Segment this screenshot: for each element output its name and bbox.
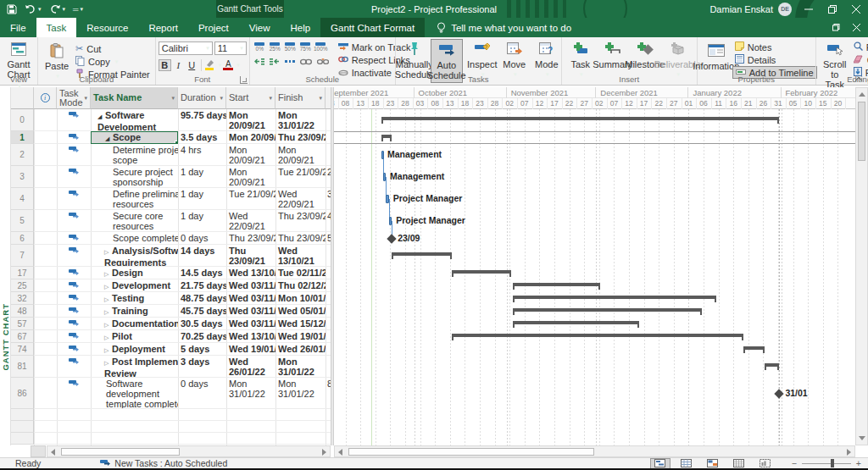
row-number[interactable]: 81: [11, 356, 34, 378]
info-cell[interactable]: [34, 144, 57, 166]
task-name-cell[interactable]: ▷Design: [91, 267, 178, 279]
task-name-cell[interactable]: ▷Pilot: [91, 330, 178, 343]
indent-task-icon[interactable]: [270, 57, 280, 67]
zoom-out-icon[interactable]: −: [792, 458, 797, 468]
underline-button[interactable]: U: [186, 60, 198, 70]
start-cell[interactable]: Wed 19/01/2: [226, 343, 275, 356]
percent-complete-25-button[interactable]: 25%: [268, 42, 282, 52]
start-cell[interactable]: Wed 03/11/2: [226, 305, 275, 318]
start-column-header[interactable]: Start▾: [226, 87, 275, 109]
row-number[interactable]: 1: [11, 131, 34, 144]
duration-cell[interactable]: 0 days: [178, 232, 226, 245]
summary-bar[interactable]: [513, 296, 717, 299]
start-cell[interactable]: Wed 03/11/2: [226, 279, 275, 292]
task-mode-column-header[interactable]: Task Mode▾: [57, 87, 91, 109]
info-cell[interactable]: [34, 318, 57, 330]
start-cell[interactable]: Wed 26/01/22: [226, 356, 275, 378]
info-cell[interactable]: [34, 245, 57, 267]
collapse-ribbon-icon[interactable]: [854, 75, 863, 83]
link-tasks-icon[interactable]: [300, 57, 312, 67]
resource-sheet-view-icon[interactable]: [729, 458, 749, 469]
info-cell[interactable]: [34, 330, 57, 343]
doc-restore-button[interactable]: [826, 19, 846, 36]
duration-cell[interactable]: 30.5 days: [178, 318, 226, 330]
collapse-triangle-icon[interactable]: ◢: [97, 112, 105, 122]
start-cell[interactable]: Thu 23/09/21: [226, 232, 275, 245]
tab-project[interactable]: Project: [188, 18, 239, 37]
task-mode-cell[interactable]: [57, 279, 91, 292]
vscrollbar[interactable]: [855, 87, 868, 445]
task-name-cell[interactable]: ◢Software Development: [91, 109, 178, 131]
duration-cell[interactable]: 70.25 days: [178, 330, 226, 343]
task-name-cell[interactable]: ▷Training: [91, 305, 178, 318]
task-name-cell[interactable]: Secure core resources: [91, 210, 178, 232]
start-cell[interactable]: Wed 13/10/2: [226, 267, 275, 279]
task-name-cell[interactable]: ▷Post Implementation Review: [91, 356, 178, 378]
zoom-track[interactable]: [802, 463, 851, 464]
row-number[interactable]: 7: [11, 245, 34, 267]
start-cell[interactable]: Tue 21/09/21: [226, 188, 275, 210]
row-number[interactable]: 2: [11, 144, 34, 166]
percent-complete-0-button[interactable]: 0%: [253, 42, 267, 52]
finish-cell[interactable]: Mon 20/09/21: [275, 144, 326, 166]
task-mode-column-header-filter-icon[interactable]: ▾: [84, 93, 87, 102]
info-column-header[interactable]: i: [34, 87, 57, 109]
customize-qat-icon[interactable]: ═▾: [73, 5, 83, 14]
start-cell[interactable]: Thu 23/09/21: [226, 245, 275, 267]
expand-triangle-icon[interactable]: ▷: [104, 247, 112, 257]
finish-cell[interactable]: Tue 21/09/21: [275, 166, 326, 188]
save-icon[interactable]: [7, 4, 17, 14]
task-name-cell[interactable]: Secure project sponsorship: [91, 166, 178, 188]
details-button[interactable]: Details: [732, 53, 817, 66]
finish-cell[interactable]: Mon 31/01/22: [275, 378, 326, 409]
task-mode-cell[interactable]: [57, 188, 91, 210]
tab-resource[interactable]: Resource: [76, 18, 138, 37]
notes-button[interactable]: Notes: [732, 41, 817, 53]
duration-cell[interactable]: 1 day: [178, 188, 226, 210]
expand-triangle-icon[interactable]: ▷: [104, 333, 112, 343]
row-number[interactable]: 25: [11, 279, 34, 292]
row-number[interactable]: 32: [11, 292, 34, 305]
task-name-cell[interactable]: Determine project scope: [91, 144, 178, 166]
finish-cell[interactable]: Mon 31/01/22: [275, 109, 326, 131]
finish-cell[interactable]: Thu 23/09/21: [275, 232, 326, 245]
row-number[interactable]: 4: [11, 188, 34, 210]
finish-column-header-filter-icon[interactable]: ▾: [319, 93, 322, 102]
info-cell[interactable]: [34, 232, 57, 245]
summary-bar[interactable]: [381, 135, 392, 138]
find-button[interactable]: Find ▾: [851, 41, 868, 53]
chart-hscrollbar[interactable]: [334, 445, 855, 457]
duration-cell[interactable]: 45.75 days: [178, 305, 226, 318]
redo-icon[interactable]: ▾: [49, 4, 66, 14]
row-number[interactable]: 6: [11, 232, 34, 245]
summary-bar[interactable]: [743, 346, 765, 350]
tab-help[interactable]: Help: [280, 18, 320, 37]
finish-cell[interactable]: Wed 26/01/2: [275, 343, 326, 356]
task-mode-cell[interactable]: [57, 210, 91, 232]
row-number[interactable]: 0: [11, 109, 34, 131]
task-name-cell[interactable]: Software development template complete: [91, 378, 178, 409]
start-cell[interactable]: Wed 03/11/2: [226, 292, 275, 305]
task-mode-cell[interactable]: [57, 343, 91, 356]
duration-cell[interactable]: 5 days: [178, 343, 226, 356]
start-cell[interactable]: Mon 20/09/21: [226, 144, 275, 166]
finish-cell[interactable]: Wed 19/01/2: [275, 330, 326, 343]
summary-bar[interactable]: [513, 308, 702, 312]
row-number-empty[interactable]: [11, 433, 34, 445]
task-name-cell[interactable]: ▷Development: [91, 279, 178, 292]
task-mode-cell[interactable]: [57, 378, 91, 409]
finish-cell[interactable]: Mon 31/01/22: [275, 356, 326, 378]
expand-triangle-icon[interactable]: ▷: [104, 282, 112, 292]
chart-hscroll-left-icon[interactable]: [338, 449, 342, 456]
finish-cell[interactable]: Thu 23/09/21: [275, 131, 326, 144]
bold-button[interactable]: B: [159, 59, 171, 71]
duration-cell[interactable]: 1 day: [178, 210, 226, 232]
cut-button[interactable]: ✂ Cut: [73, 42, 153, 55]
start-cell[interactable]: Mon 20/09/2: [226, 131, 275, 144]
row-number-empty[interactable]: [11, 409, 34, 421]
zoom-thumb[interactable]: [831, 459, 834, 467]
duration-cell[interactable]: 1 day: [178, 166, 226, 188]
summary-bar[interactable]: [381, 117, 780, 120]
task-mode-cell[interactable]: [57, 305, 91, 318]
team-planner-view-icon[interactable]: [703, 458, 723, 469]
